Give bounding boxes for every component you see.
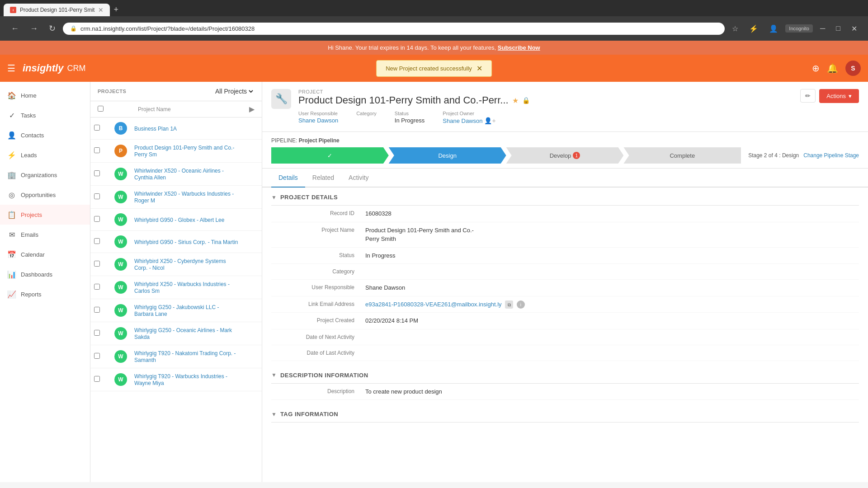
section-toggle-icon[interactable]: ▼ bbox=[271, 194, 277, 201]
sidebar-item-tasks[interactable]: ✓ Tasks bbox=[0, 105, 90, 125]
table-row[interactable]: W Whirlybird X250 - Cyberdyne Systems Co… bbox=[90, 253, 262, 276]
row-checkbox[interactable] bbox=[94, 284, 100, 290]
sidebar-item-opportunities[interactable]: ◎ Opportunities bbox=[0, 185, 90, 205]
project-avatar: W bbox=[114, 258, 127, 271]
project-name-link[interactable]: Whirlwinder X520 - Warbucks Industries -… bbox=[134, 191, 234, 204]
info-icon[interactable]: i bbox=[517, 300, 525, 309]
project-name-link[interactable]: Whirlybird X250 - Warbucks Industries - … bbox=[134, 281, 230, 294]
forward-button[interactable]: → bbox=[26, 22, 42, 35]
tab-close-button[interactable]: ✕ bbox=[98, 6, 104, 14]
user-responsible-value[interactable]: Shane Dawson bbox=[298, 117, 338, 124]
row-checkbox[interactable] bbox=[94, 193, 100, 199]
bell-icon[interactable]: 🔔 bbox=[827, 63, 838, 74]
sidebar-item-contacts[interactable]: 👤 Contacts bbox=[0, 125, 90, 145]
project-name-link[interactable]: Business Plan 1A bbox=[134, 126, 177, 132]
pipeline-stage-complete[interactable]: Complete bbox=[623, 147, 741, 164]
select-all-checkbox[interactable] bbox=[98, 106, 104, 112]
row-checkbox[interactable] bbox=[94, 216, 100, 222]
new-tab-button[interactable]: + bbox=[110, 3, 122, 16]
expand-col: ▶ bbox=[242, 101, 262, 117]
field-description: Description To create new product design bbox=[271, 384, 859, 400]
row-checkbox[interactable] bbox=[94, 125, 100, 131]
project-name-link[interactable]: Whirlwinder X520 - Oceanic Airlines - Cy… bbox=[134, 168, 224, 181]
pipeline-stage-develop[interactable]: Develop 1 bbox=[506, 147, 624, 164]
tag-section-toggle-icon[interactable]: ▼ bbox=[271, 411, 277, 418]
reload-button[interactable]: ↻ bbox=[45, 22, 59, 35]
table-row[interactable]: W Whirlygig T920 - Warbucks Industries -… bbox=[90, 368, 262, 391]
minimize-button[interactable]: ─ bbox=[816, 23, 829, 34]
row-checkbox[interactable] bbox=[94, 353, 100, 359]
reports-icon: 📈 bbox=[7, 290, 16, 299]
profile-button[interactable]: 👤 bbox=[765, 23, 782, 35]
sidebar-item-organizations[interactable]: 🏢 Organizations bbox=[0, 165, 90, 185]
sidebar-item-projects[interactable]: 📋 Projects bbox=[0, 205, 90, 225]
row-checkbox[interactable] bbox=[94, 376, 100, 382]
actions-button[interactable]: Actions ▾ bbox=[819, 89, 859, 103]
project-name-link[interactable]: Product Design 101-Perry Smith and Co.-P… bbox=[134, 145, 234, 158]
row-checkbox[interactable] bbox=[94, 307, 100, 313]
email-link[interactable]: e93a2841-P16080328-VEAE261@mailbox.insig… bbox=[365, 301, 502, 308]
bookmark-button[interactable]: ☆ bbox=[728, 23, 742, 35]
add-user-icon[interactable]: 👤+ bbox=[484, 117, 495, 124]
pipeline-stage-design[interactable]: Design bbox=[389, 147, 506, 164]
project-avatar: W bbox=[114, 168, 127, 180]
subscribe-link[interactable]: Subscribe Now bbox=[498, 44, 540, 51]
table-row[interactable]: W Whirlygig T920 - Nakatomi Trading Corp… bbox=[90, 345, 262, 368]
table-row[interactable]: B Business Plan 1A bbox=[90, 117, 262, 140]
row-checkbox[interactable] bbox=[94, 261, 100, 267]
table-row[interactable]: P Product Design 101-Perry Smith and Co.… bbox=[90, 140, 262, 163]
sidebar-item-calendar[interactable]: 📅 Calendar bbox=[0, 244, 90, 264]
project-name-link[interactable]: Whirlybird G950 - Sirius Corp. - Tina Ma… bbox=[134, 239, 238, 245]
row-checkbox[interactable] bbox=[94, 238, 100, 244]
project-avatar: W bbox=[114, 373, 127, 386]
sidebar-item-dashboards[interactable]: 📊 Dashboards bbox=[0, 264, 90, 284]
sidebar-item-home[interactable]: 🏠 Home bbox=[0, 85, 90, 105]
row-checkbox[interactable] bbox=[94, 147, 100, 153]
change-pipeline-stage-link[interactable]: Change Pipeline Stage bbox=[803, 152, 859, 159]
table-row[interactable]: W Whirlwinder X520 - Warbucks Industries… bbox=[90, 186, 262, 209]
table-row[interactable]: W Whirlybird G950 - Globex - Albert Lee bbox=[90, 209, 262, 231]
active-tab[interactable]: i Product Design 101-Perry Smit ✕ bbox=[4, 4, 110, 16]
sidebar-item-emails[interactable]: ✉ Emails bbox=[0, 225, 90, 244]
copy-email-button[interactable]: ⧉ bbox=[505, 300, 513, 309]
project-filter-dropdown[interactable]: All Projects bbox=[213, 87, 255, 95]
tab-details[interactable]: Details bbox=[271, 169, 305, 188]
pipeline-stage-0[interactable]: ✓ bbox=[271, 147, 389, 164]
row-checkbox[interactable] bbox=[94, 330, 100, 336]
field-category: Category bbox=[271, 264, 859, 280]
tab-related[interactable]: Related bbox=[305, 169, 341, 188]
extensions-button[interactable]: ⚡ bbox=[745, 23, 762, 35]
tab-activity[interactable]: Activity bbox=[341, 169, 376, 188]
project-name-link[interactable]: Whirlybird G950 - Globex - Albert Lee bbox=[134, 217, 224, 223]
row-avatar-cell: W bbox=[111, 299, 131, 322]
sidebar-item-reports[interactable]: 📈 Reports bbox=[0, 284, 90, 304]
table-row[interactable]: W Whirlybird G950 - Sirius Corp. - Tina … bbox=[90, 231, 262, 253]
project-name-link[interactable]: Whirlybird X250 - Cyberdyne Systems Corp… bbox=[134, 258, 226, 271]
hamburger-menu[interactable]: ☰ bbox=[7, 63, 15, 74]
table-row[interactable]: W Whirlygig G250 - Jakubowski LLC - Barb… bbox=[90, 299, 262, 322]
favorite-star-icon[interactable]: ★ bbox=[512, 96, 519, 105]
user-avatar[interactable]: S bbox=[845, 61, 861, 76]
sidebar-item-leads[interactable]: ⚡ Leads bbox=[0, 145, 90, 165]
project-owner-value[interactable]: Shane Dawson bbox=[443, 117, 482, 124]
address-bar[interactable]: 🔒 crm.na1.insightly.com/list/Project/?bl… bbox=[63, 23, 725, 35]
close-button[interactable]: ✕ bbox=[848, 23, 861, 35]
back-button[interactable]: ← bbox=[7, 22, 23, 35]
table-row[interactable]: W Whirlwinder X520 - Oceanic Airlines - … bbox=[90, 163, 262, 186]
table-row[interactable]: W Whirlybird X250 - Warbucks Industries … bbox=[90, 276, 262, 299]
expand-icon[interactable]: ▶ bbox=[249, 105, 255, 113]
project-name-link[interactable]: Whirlygig T920 - Warbucks Industries - W… bbox=[134, 373, 227, 386]
description-section-toggle-icon[interactable]: ▼ bbox=[271, 372, 277, 378]
table-row[interactable]: W Whirlygig G250 - Oceanic Airlines - Ma… bbox=[90, 322, 262, 345]
edit-button[interactable]: ✏ bbox=[800, 89, 816, 103]
row-name-cell: Whirlybird G950 - Sirius Corp. - Tina Ma… bbox=[131, 231, 242, 253]
browser-tab-bar: i Product Design 101-Perry Smit ✕ + bbox=[0, 0, 868, 16]
row-checkbox[interactable] bbox=[94, 170, 100, 176]
maximize-button[interactable]: □ bbox=[832, 23, 844, 34]
project-name-link[interactable]: Whirlygig G250 - Oceanic Airlines - Mark… bbox=[134, 327, 232, 340]
notification-close[interactable]: ✕ bbox=[476, 64, 482, 73]
project-name-link[interactable]: Whirlygig G250 - Jakubowski LLC - Barbar… bbox=[134, 304, 219, 317]
description-section-header: ▼ DESCRIPTION INFORMATION bbox=[271, 366, 859, 384]
project-name-link[interactable]: Whirlygig T920 - Nakatomi Trading Corp. … bbox=[134, 350, 236, 363]
add-icon[interactable]: ⊕ bbox=[812, 63, 820, 74]
